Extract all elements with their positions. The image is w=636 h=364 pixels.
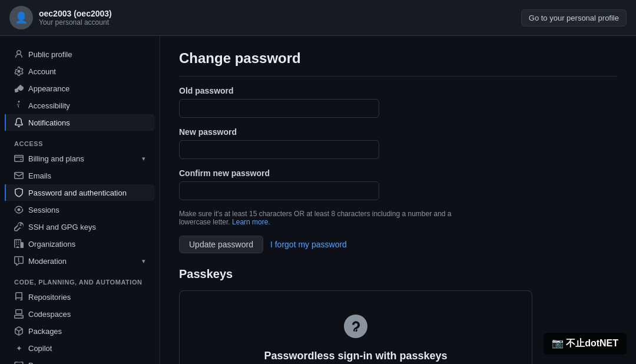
sidebar-item-label: Repositories — [28, 293, 71, 302]
gear-icon — [14, 67, 24, 76]
sidebar-item-label: Sessions — [28, 206, 59, 214]
credit-card-icon — [14, 154, 24, 163]
page-title: Change password — [179, 50, 617, 67]
sidebar-item-sessions[interactable]: Sessions — [5, 201, 155, 218]
sidebar-item-label: Public profile — [28, 50, 72, 59]
avatar: 👤 — [9, 6, 33, 29]
building-icon — [14, 239, 24, 249]
password-hint: Make sure it's at least 15 characters OR… — [179, 210, 473, 226]
top-bar-left: 👤 oec2003 (oec2003) Your personal accoun… — [9, 6, 112, 29]
sidebar-item-organizations[interactable]: Organizations — [5, 236, 155, 252]
chevron-down-icon: ▾ — [142, 155, 145, 163]
go-to-profile-button[interactable]: Go to your personal profile — [521, 9, 627, 27]
codespaces-icon — [14, 309, 24, 319]
sidebar-item-ssh-gpg[interactable]: SSH and GPG keys — [5, 219, 155, 235]
old-password-group: Old password — [179, 86, 617, 118]
mail-icon — [14, 171, 24, 180]
sidebar-item-moderation[interactable]: Moderation ▾ — [5, 253, 155, 269]
shield-icon — [14, 188, 24, 197]
sidebar-item-label: Notifications — [28, 118, 70, 127]
sidebar-item-label: Pages — [28, 361, 50, 365]
update-password-button[interactable]: Update password — [179, 236, 263, 253]
pages-icon — [14, 360, 24, 364]
broadcast-icon — [14, 205, 24, 214]
sidebar-item-password-auth[interactable]: Password and authentication — [5, 184, 155, 201]
new-password-group: New password — [179, 127, 617, 159]
sidebar-item-label: Organizations — [28, 240, 75, 249]
passkeys-title: Passkeys — [179, 267, 617, 281]
sidebar-item-label: SSH and GPG keys — [28, 223, 96, 231]
learn-more-link[interactable]: Learn more. — [232, 218, 270, 226]
top-bar: 👤 oec2003 (oec2003) Your personal accoun… — [0, 0, 636, 36]
passkeys-illustration — [344, 315, 367, 343]
confirm-password-input[interactable] — [179, 181, 379, 200]
sidebar-item-appearance[interactable]: Appearance — [5, 80, 155, 97]
new-password-label: New password — [179, 127, 617, 137]
sidebar-section-access: Access — [0, 135, 160, 150]
sidebar-item-label: Emails — [28, 171, 51, 180]
password-actions: Update password I forgot my password — [179, 236, 617, 253]
repo-icon — [14, 292, 24, 302]
accessibility-icon — [14, 101, 24, 110]
confirm-password-label: Confirm new password — [179, 168, 617, 178]
package-icon — [14, 326, 24, 336]
sidebar-item-label: Moderation — [28, 257, 67, 266]
old-password-label: Old password — [179, 86, 617, 95]
sidebar-item-label: Appearance — [28, 84, 69, 93]
sidebar-item-label: Password and authentication — [28, 188, 127, 197]
sidebar-item-pages[interactable]: Pages — [5, 357, 155, 364]
sidebar-item-accessibility[interactable]: Accessibility — [5, 97, 155, 114]
sidebar-item-emails[interactable]: Emails — [5, 167, 155, 184]
key-icon — [14, 222, 24, 231]
sidebar-item-repositories[interactable]: Repositories — [5, 289, 155, 305]
hint-main-text: Make sure it's at least 15 characters OR… — [179, 210, 452, 226]
sidebar-item-billing[interactable]: Billing and plans ▾ — [5, 150, 155, 167]
passkeys-box-title: Passwordless sign-in with passkeys — [264, 350, 447, 362]
main-layout: Public profile Account Appearance Access… — [0, 36, 636, 364]
watermark-text: 不止dotNET — [566, 338, 618, 348]
divider — [179, 76, 617, 77]
sidebar-item-label: Accessibility — [28, 101, 70, 110]
sidebar-item-label: Codespaces — [28, 310, 71, 319]
sidebar-item-codespaces[interactable]: Codespaces — [5, 306, 155, 322]
paintbrush-icon — [14, 84, 24, 93]
forgot-password-link[interactable]: I forgot my password — [270, 240, 347, 249]
passkeys-box: Passwordless sign-in with passkeys Passk… — [179, 290, 532, 364]
sidebar-item-label: Billing and plans — [28, 154, 84, 163]
watermark-icon: 📷 — [552, 338, 564, 348]
confirm-password-group: Confirm new password — [179, 168, 617, 200]
person-icon — [14, 49, 24, 59]
sidebar-item-packages[interactable]: Packages — [5, 323, 155, 339]
sidebar-item-label: Copilot — [28, 344, 52, 353]
sidebar-item-label: Account — [28, 67, 56, 76]
copilot-icon: ✦ — [14, 343, 24, 353]
user-info: oec2003 (oec2003) Your personal account — [39, 9, 112, 27]
sidebar-item-notifications[interactable]: Notifications — [5, 114, 155, 131]
sidebar-item-account[interactable]: Account — [5, 63, 155, 80]
sidebar-item-copilot[interactable]: ✦ Copilot — [5, 340, 155, 356]
sidebar: Public profile Account Appearance Access… — [0, 36, 160, 364]
sidebar-item-label: Packages — [28, 327, 62, 336]
watermark: 📷 不止dotNET — [544, 333, 627, 355]
new-password-input[interactable] — [179, 140, 379, 159]
username: oec2003 (oec2003) — [39, 9, 112, 18]
main-content: Change password Old password New passwor… — [160, 36, 636, 364]
report-icon — [14, 256, 24, 266]
old-password-input[interactable] — [179, 99, 379, 118]
sidebar-section-code: Code, planning, and automation — [0, 274, 160, 288]
bell-icon — [14, 118, 24, 127]
chevron-down-icon: ▾ — [142, 257, 145, 265]
user-subtext: Your personal account — [39, 18, 112, 27]
sidebar-item-public-profile[interactable]: Public profile — [5, 46, 155, 62]
